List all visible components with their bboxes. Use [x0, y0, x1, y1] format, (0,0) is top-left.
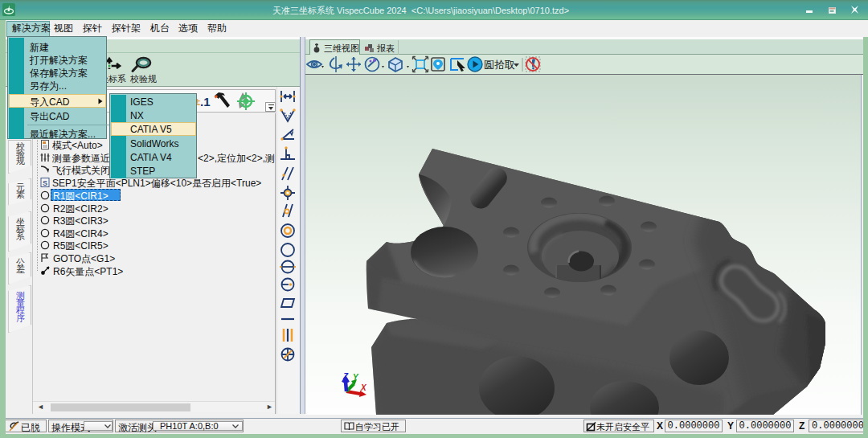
svg-text:X: X — [360, 383, 367, 392]
svg-text:Z: Z — [342, 372, 349, 381]
svg-text:.1: .1 — [200, 95, 211, 108]
svg-text:Y: Y — [353, 373, 359, 382]
svg-text:圆拾取: 圆拾取 — [484, 59, 515, 71]
svg-text:S: S — [43, 179, 47, 187]
